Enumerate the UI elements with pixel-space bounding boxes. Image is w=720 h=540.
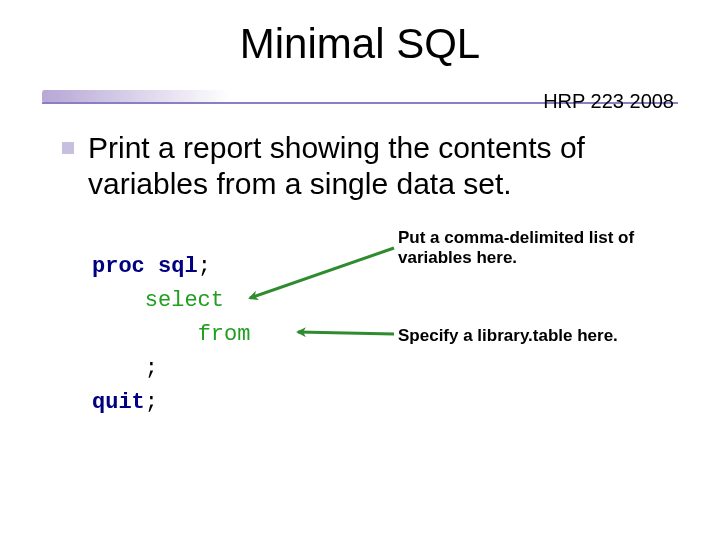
code-kw-select: select xyxy=(145,288,224,313)
code-semicolon-2: ; xyxy=(145,356,158,381)
arrow-to-from-icon xyxy=(298,332,394,334)
bullet-text: Print a report showing the contents of v… xyxy=(88,130,668,202)
slide-title: Minimal SQL xyxy=(0,20,720,68)
title-underline-smear xyxy=(42,90,252,102)
annotation-table: Specify a library.table here. xyxy=(398,326,678,346)
code-kw-proc: proc xyxy=(92,254,145,279)
annotation-variables: Put a comma-delimited list of variables … xyxy=(398,228,658,269)
course-tag: HRP 223 2008 xyxy=(543,90,674,113)
bullet-item: Print a report showing the contents of v… xyxy=(62,130,668,202)
code-kw-sql: sql xyxy=(158,254,198,279)
code-semicolon-3: ; xyxy=(145,390,158,415)
code-semicolon: ; xyxy=(198,254,211,279)
slide: Minimal SQL HRP 223 2008 Print a report … xyxy=(0,0,720,540)
code-kw-from: from xyxy=(198,322,251,347)
arrow-to-select-icon xyxy=(250,248,394,298)
bullet-marker-icon xyxy=(62,142,74,154)
code-block: proc sql; select from ; quit; xyxy=(92,250,250,420)
code-kw-quit: quit xyxy=(92,390,145,415)
